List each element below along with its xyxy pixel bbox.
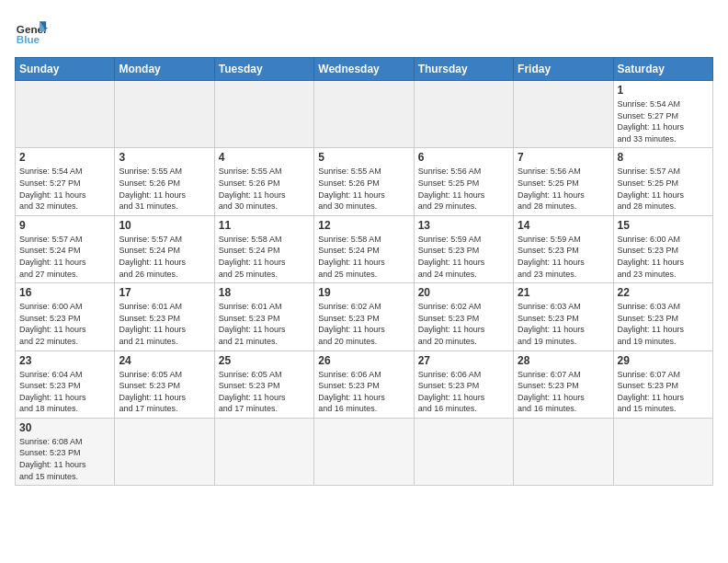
day-number: 6 (418, 151, 509, 164)
calendar-cell (514, 418, 613, 485)
calendar-cell: 20Sunrise: 6:02 AM Sunset: 5:23 PM Dayli… (414, 283, 513, 350)
day-info: Sunrise: 6:03 AM Sunset: 5:23 PM Dayligh… (518, 301, 609, 347)
day-info: Sunrise: 6:00 AM Sunset: 5:23 PM Dayligh… (618, 234, 709, 280)
day-info: Sunrise: 5:55 AM Sunset: 5:26 PM Dayligh… (219, 166, 310, 212)
calendar-cell (314, 81, 414, 148)
calendar-cell: 17Sunrise: 6:01 AM Sunset: 5:23 PM Dayli… (115, 283, 214, 350)
calendar-cell: 14Sunrise: 5:59 AM Sunset: 5:23 PM Dayli… (514, 215, 613, 282)
calendar-cell: 7Sunrise: 5:56 AM Sunset: 5:25 PM Daylig… (514, 148, 613, 215)
weekday-header-row: SundayMondayTuesdayWednesdayThursdayFrid… (16, 58, 713, 81)
day-number: 28 (518, 354, 609, 367)
calendar-cell (314, 418, 414, 485)
day-info: Sunrise: 6:05 AM Sunset: 5:23 PM Dayligh… (219, 369, 310, 415)
weekday-header-saturday: Saturday (613, 58, 712, 81)
day-number: 19 (318, 286, 409, 299)
day-info: Sunrise: 6:01 AM Sunset: 5:23 PM Dayligh… (119, 301, 210, 347)
day-number: 3 (119, 151, 210, 164)
day-number: 18 (219, 286, 310, 299)
weekday-header-sunday: Sunday (16, 58, 115, 81)
day-info: Sunrise: 5:59 AM Sunset: 5:23 PM Dayligh… (418, 234, 509, 280)
calendar-cell: 10Sunrise: 5:57 AM Sunset: 5:24 PM Dayli… (115, 215, 214, 282)
calendar-cell: 28Sunrise: 6:07 AM Sunset: 5:23 PM Dayli… (514, 350, 613, 418)
day-info: Sunrise: 6:07 AM Sunset: 5:23 PM Dayligh… (518, 369, 609, 415)
calendar-cell: 9Sunrise: 5:57 AM Sunset: 5:24 PM Daylig… (16, 215, 115, 282)
day-info: Sunrise: 6:02 AM Sunset: 5:23 PM Dayligh… (318, 301, 409, 347)
calendar-cell (514, 81, 613, 148)
header: General Blue (15, 15, 713, 48)
day-info: Sunrise: 5:58 AM Sunset: 5:24 PM Dayligh… (219, 234, 310, 280)
calendar-cell: 21Sunrise: 6:03 AM Sunset: 5:23 PM Dayli… (514, 283, 613, 350)
calendar-cell: 26Sunrise: 6:06 AM Sunset: 5:23 PM Dayli… (314, 350, 414, 418)
calendar-cell: 11Sunrise: 5:58 AM Sunset: 5:24 PM Dayli… (214, 215, 313, 282)
weekday-header-wednesday: Wednesday (314, 58, 414, 81)
calendar-row: 1Sunrise: 5:54 AM Sunset: 5:27 PM Daylig… (16, 81, 713, 148)
calendar-row: 9Sunrise: 5:57 AM Sunset: 5:24 PM Daylig… (16, 215, 713, 282)
calendar-cell: 8Sunrise: 5:57 AM Sunset: 5:25 PM Daylig… (613, 148, 712, 215)
day-number: 27 (418, 354, 509, 367)
calendar-cell: 4Sunrise: 5:55 AM Sunset: 5:26 PM Daylig… (214, 148, 313, 215)
day-number: 25 (219, 354, 310, 367)
day-number: 5 (318, 151, 409, 164)
calendar-cell: 30Sunrise: 6:08 AM Sunset: 5:23 PM Dayli… (16, 418, 115, 485)
calendar-row: 2Sunrise: 5:54 AM Sunset: 5:27 PM Daylig… (16, 148, 713, 215)
calendar-cell (613, 418, 712, 485)
calendar-cell: 3Sunrise: 5:55 AM Sunset: 5:26 PM Daylig… (115, 148, 214, 215)
day-number: 12 (318, 219, 409, 232)
calendar-cell: 29Sunrise: 6:07 AM Sunset: 5:23 PM Dayli… (613, 350, 712, 418)
calendar-cell: 5Sunrise: 5:55 AM Sunset: 5:26 PM Daylig… (314, 148, 414, 215)
day-number: 24 (119, 354, 210, 367)
logo: General Blue (15, 15, 48, 48)
day-number: 26 (318, 354, 409, 367)
calendar-cell (16, 81, 115, 148)
day-info: Sunrise: 6:06 AM Sunset: 5:23 PM Dayligh… (418, 369, 509, 415)
day-info: Sunrise: 5:57 AM Sunset: 5:24 PM Dayligh… (19, 234, 110, 280)
day-number: 1 (618, 84, 709, 97)
day-info: Sunrise: 6:04 AM Sunset: 5:23 PM Dayligh… (19, 369, 110, 415)
day-info: Sunrise: 5:56 AM Sunset: 5:25 PM Dayligh… (418, 166, 509, 212)
day-info: Sunrise: 5:56 AM Sunset: 5:25 PM Dayligh… (518, 166, 609, 212)
calendar-cell: 2Sunrise: 5:54 AM Sunset: 5:27 PM Daylig… (16, 148, 115, 215)
day-number: 20 (418, 286, 509, 299)
calendar-cell (115, 418, 214, 485)
day-number: 11 (219, 219, 310, 232)
weekday-header-friday: Friday (514, 58, 613, 81)
day-info: Sunrise: 5:58 AM Sunset: 5:24 PM Dayligh… (318, 234, 409, 280)
calendar-row: 16Sunrise: 6:00 AM Sunset: 5:23 PM Dayli… (16, 283, 713, 350)
day-info: Sunrise: 5:59 AM Sunset: 5:23 PM Dayligh… (518, 234, 609, 280)
day-info: Sunrise: 5:55 AM Sunset: 5:26 PM Dayligh… (119, 166, 210, 212)
day-info: Sunrise: 6:02 AM Sunset: 5:23 PM Dayligh… (418, 301, 509, 347)
day-info: Sunrise: 6:06 AM Sunset: 5:23 PM Dayligh… (318, 369, 409, 415)
calendar-cell: 6Sunrise: 5:56 AM Sunset: 5:25 PM Daylig… (414, 148, 513, 215)
calendar-cell: 19Sunrise: 6:02 AM Sunset: 5:23 PM Dayli… (314, 283, 414, 350)
calendar-row: 23Sunrise: 6:04 AM Sunset: 5:23 PM Dayli… (16, 350, 713, 418)
calendar-cell: 1Sunrise: 5:54 AM Sunset: 5:27 PM Daylig… (613, 81, 712, 148)
calendar-cell (414, 418, 513, 485)
calendar-cell (214, 418, 313, 485)
day-number: 13 (418, 219, 509, 232)
calendar-cell (414, 81, 513, 148)
calendar-cell: 25Sunrise: 6:05 AM Sunset: 5:23 PM Dayli… (214, 350, 313, 418)
day-info: Sunrise: 6:01 AM Sunset: 5:23 PM Dayligh… (219, 301, 310, 347)
day-number: 23 (19, 354, 110, 367)
calendar-cell: 23Sunrise: 6:04 AM Sunset: 5:23 PM Dayli… (16, 350, 115, 418)
day-info: Sunrise: 6:07 AM Sunset: 5:23 PM Dayligh… (618, 369, 709, 415)
day-info: Sunrise: 6:00 AM Sunset: 5:23 PM Dayligh… (19, 301, 110, 347)
day-number: 15 (618, 219, 709, 232)
day-info: Sunrise: 5:54 AM Sunset: 5:27 PM Dayligh… (618, 98, 709, 144)
day-info: Sunrise: 6:05 AM Sunset: 5:23 PM Dayligh… (119, 369, 210, 415)
calendar: SundayMondayTuesdayWednesdayThursdayFrid… (15, 57, 713, 486)
day-info: Sunrise: 6:08 AM Sunset: 5:23 PM Dayligh… (19, 436, 110, 482)
svg-text:Blue: Blue (17, 33, 40, 45)
day-number: 9 (19, 219, 110, 232)
calendar-cell: 18Sunrise: 6:01 AM Sunset: 5:23 PM Dayli… (214, 283, 313, 350)
day-info: Sunrise: 6:03 AM Sunset: 5:23 PM Dayligh… (618, 301, 709, 347)
calendar-cell: 16Sunrise: 6:00 AM Sunset: 5:23 PM Dayli… (16, 283, 115, 350)
day-number: 2 (19, 151, 110, 164)
day-number: 22 (618, 286, 709, 299)
day-info: Sunrise: 5:57 AM Sunset: 5:25 PM Dayligh… (618, 166, 709, 212)
day-number: 17 (119, 286, 210, 299)
day-number: 4 (219, 151, 310, 164)
day-info: Sunrise: 5:55 AM Sunset: 5:26 PM Dayligh… (318, 166, 409, 212)
day-info: Sunrise: 5:57 AM Sunset: 5:24 PM Dayligh… (119, 234, 210, 280)
calendar-cell (115, 81, 214, 148)
